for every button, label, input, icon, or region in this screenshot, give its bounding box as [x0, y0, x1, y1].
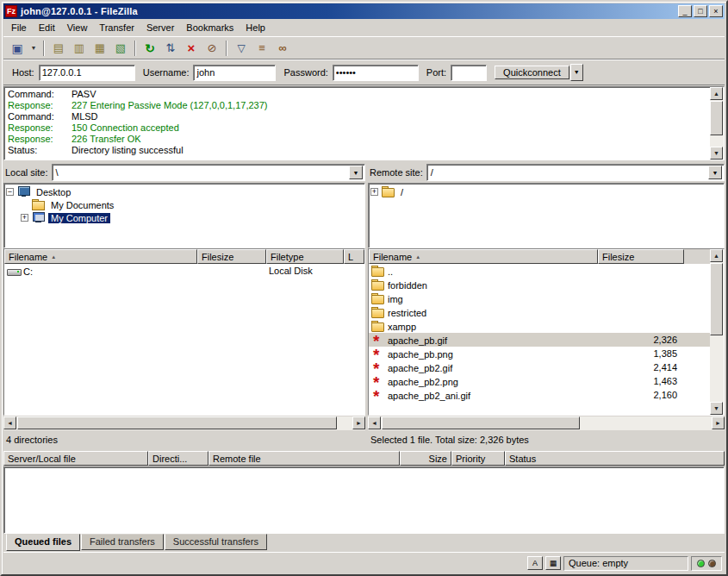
scroll-left-button[interactable]: ◄ — [368, 416, 381, 429]
tree-item[interactable]: + / — [370, 185, 722, 198]
queue-tab[interactable]: Successful transfers — [165, 534, 267, 550]
quickconnect-dropdown[interactable]: ▼ — [570, 64, 583, 81]
combobox-dropdown-icon[interactable]: ▼ — [708, 166, 722, 179]
directory-comparison-button[interactable]: ≡ — [252, 40, 271, 57]
toggle-queue-button[interactable]: ▧ — [111, 40, 130, 57]
port-input[interactable] — [451, 65, 487, 81]
disconnect-button[interactable]: ⊘ — [202, 40, 221, 57]
log-scrollbar[interactable]: ▲ ▼ — [710, 87, 724, 160]
tree-item-label[interactable]: My Documents — [48, 200, 116, 210]
menu-item[interactable]: Help — [240, 21, 271, 34]
scroll-up-button[interactable]: ▲ — [710, 87, 723, 100]
menu-item[interactable]: Server — [140, 21, 180, 34]
file-row[interactable]: apache_pb2.png 1,463 — [369, 374, 710, 388]
column-header[interactable]: Size — [400, 451, 451, 466]
column-header[interactable]: Filetype — [266, 249, 344, 264]
local-site-combobox[interactable]: \ ▼ — [52, 164, 365, 181]
queue-splitter[interactable] — [3, 448, 725, 450]
scrollbar-thumb[interactable] — [382, 416, 580, 429]
menu-item[interactable]: Transfer — [93, 21, 140, 34]
minimize-button[interactable]: _ — [678, 5, 692, 17]
menu-item[interactable]: File — [5, 21, 33, 34]
column-header[interactable]: Filesize — [197, 249, 266, 264]
tree-item-label[interactable]: / — [398, 187, 406, 197]
scroll-right-button[interactable]: ► — [352, 416, 365, 429]
file-row[interactable]: apache_pb.gif 2,326 — [369, 333, 710, 347]
cancel-operation-button[interactable]: × — [182, 40, 201, 57]
scrollbar-track[interactable] — [16, 416, 352, 430]
keyboard-indicator-icon[interactable]: ▦ — [545, 556, 561, 570]
toggle-message-log-button[interactable]: ▤ — [49, 40, 68, 57]
scroll-up-button[interactable]: ▲ — [710, 249, 723, 262]
process-queue-button[interactable]: ⇅ — [161, 40, 180, 57]
close-button[interactable]: × — [709, 5, 723, 17]
tree-expander-icon[interactable]: + — [370, 188, 378, 196]
remote-vertical-scrollbar[interactable]: ▲ ▼ — [710, 249, 724, 415]
local-horizontal-scrollbar[interactable]: ◄ ► — [3, 416, 365, 430]
scrollbar-thumb[interactable] — [710, 263, 723, 335]
scrollbar-track[interactable] — [710, 100, 724, 147]
scroll-down-button[interactable]: ▼ — [710, 402, 723, 415]
combobox-dropdown-icon[interactable]: ▼ — [349, 166, 363, 179]
maximize-button[interactable]: □ — [694, 5, 707, 17]
column-header[interactable]: Priority — [451, 451, 505, 466]
menu-item[interactable]: View — [61, 21, 94, 34]
ascii-mode-icon[interactable]: A — [527, 556, 543, 570]
tree-expander-icon[interactable]: − — [6, 188, 14, 196]
menu-item[interactable]: Bookmarks — [180, 21, 240, 34]
file-row[interactable]: xampp — [369, 319, 710, 333]
host-input[interactable] — [39, 65, 135, 81]
tree-item-label[interactable]: My Computer — [48, 213, 110, 223]
message-log-lines[interactable]: Command:PASV Response:227 Entering Passi… — [4, 87, 710, 160]
find-files-button[interactable]: ∞ — [273, 40, 292, 57]
file-row[interactable]: img — [369, 291, 710, 305]
filter-button[interactable]: ▽ — [232, 40, 251, 57]
transfer-queue-list[interactable] — [3, 466, 725, 534]
scroll-left-button[interactable]: ◄ — [3, 416, 16, 429]
file-row[interactable]: apache_pb2.gif 2,414 — [369, 360, 710, 374]
local-directory-tree[interactable]: − Desktop My Documents + My Computer — [3, 183, 365, 248]
local-file-list[interactable]: C: Local Disk — [4, 264, 364, 415]
file-row[interactable]: apache_pb2_ani.gif 2,160 — [369, 388, 710, 402]
remote-directory-tree[interactable]: + / — [368, 183, 725, 248]
column-header[interactable]: Directi... — [148, 451, 208, 466]
refresh-button[interactable]: ↻ — [140, 40, 159, 57]
file-row[interactable]: apache_pb.png 1,385 — [369, 347, 710, 360]
site-manager-button[interactable]: ▣ — [8, 40, 27, 57]
queue-tab[interactable]: Queued files — [6, 534, 80, 551]
tree-item[interactable]: + My Computer — [6, 211, 363, 224]
password-input[interactable] — [333, 65, 419, 81]
file-row[interactable]: C: Local Disk — [4, 264, 364, 278]
menu-item[interactable]: Edit — [33, 21, 61, 34]
file-row[interactable]: restricted — [369, 305, 710, 319]
remote-site-combobox[interactable]: / ▼ — [426, 164, 725, 181]
column-header[interactable]: Filesize — [598, 249, 684, 264]
column-header[interactable]: Remote file — [208, 451, 400, 466]
column-header[interactable]: Filename ▲ — [4, 249, 197, 264]
scrollbar-track[interactable] — [710, 262, 724, 402]
title-bar[interactable]: Fz john@127.0.0.1 - FileZilla _ □ × — [3, 3, 725, 19]
tree-item[interactable]: − Desktop — [6, 185, 363, 198]
column-header[interactable]: Filename ▲ — [369, 249, 598, 264]
column-header[interactable]: L — [344, 249, 364, 264]
username-input[interactable] — [193, 65, 276, 81]
file-row[interactable]: forbidden — [369, 278, 710, 291]
quickconnect-button[interactable]: Quickconnect — [495, 66, 569, 79]
scrollbar-track[interactable] — [381, 416, 712, 430]
toggle-local-tree-button[interactable]: ▥ — [70, 40, 89, 57]
toggle-remote-tree-button[interactable]: ▦ — [90, 40, 109, 57]
site-manager-dropdown[interactable]: ▼ — [28, 40, 39, 57]
remote-file-list[interactable]: .. forbidden i — [369, 264, 710, 415]
scrollbar-thumb[interactable] — [17, 416, 337, 429]
queue-tab[interactable]: Failed transfers — [81, 534, 164, 550]
file-row[interactable]: .. — [369, 264, 710, 278]
scrollbar-thumb[interactable] — [710, 101, 723, 135]
tree-expander-icon[interactable]: + — [21, 214, 28, 222]
column-header[interactable]: Server/Local file — [3, 451, 148, 466]
column-header[interactable]: Status — [505, 451, 725, 466]
scroll-right-button[interactable]: ► — [712, 416, 725, 429]
scroll-down-button[interactable]: ▼ — [710, 147, 723, 160]
remote-horizontal-scrollbar[interactable]: ◄ ► — [368, 416, 725, 430]
tree-item-label[interactable]: Desktop — [34, 187, 73, 197]
tree-item[interactable]: My Documents — [6, 198, 363, 211]
